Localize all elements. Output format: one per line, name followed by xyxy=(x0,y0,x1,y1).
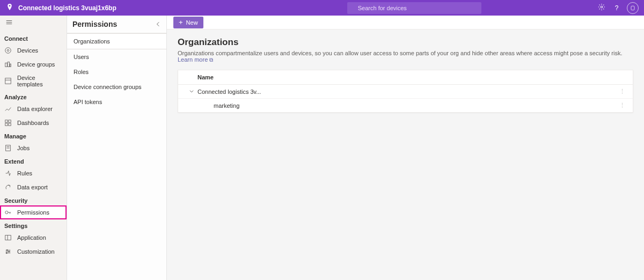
avatar[interactable] xyxy=(627,2,639,14)
svg-point-3 xyxy=(7,49,9,51)
sidebar-item-label: Device groups xyxy=(17,61,55,68)
sidebar-item-label: Rules xyxy=(17,170,32,176)
jobs-icon xyxy=(4,144,12,152)
row-name: marketing xyxy=(197,102,611,109)
svg-rect-9 xyxy=(9,120,11,122)
svg-rect-8 xyxy=(5,120,8,122)
svg-rect-6 xyxy=(10,64,11,67)
sidebar-item-customization[interactable]: Customization xyxy=(0,245,67,259)
sidebar-item-rules[interactable]: Rules xyxy=(0,166,67,180)
svg-point-13 xyxy=(5,211,8,213)
subnav-item-users[interactable]: Users xyxy=(67,49,166,64)
plus-icon: + xyxy=(179,19,183,26)
svg-rect-14 xyxy=(5,235,11,240)
svg-rect-5 xyxy=(8,62,10,67)
subnav-item-api-tokens[interactable]: API tokens xyxy=(67,94,166,109)
sidebar-item-label: Permissions xyxy=(17,209,49,216)
svg-rect-7 xyxy=(5,78,11,84)
sidebar-item-dashboards[interactable]: Dashboards xyxy=(0,116,67,130)
dashboard-icon xyxy=(4,119,12,127)
page-title: Organizations xyxy=(178,37,633,48)
section-analyze: Analyze xyxy=(0,91,67,102)
sidebar-item-label: Customization xyxy=(17,248,55,255)
sidebar-item-data-export[interactable]: Data export xyxy=(0,180,67,194)
subnav-item-device-connection-groups[interactable]: Device connection groups xyxy=(67,79,166,94)
global-header: Connected logistics 3vuaj1x6bp ? xyxy=(0,0,644,16)
col-header-name: Name xyxy=(197,74,611,80)
key-icon xyxy=(4,209,12,216)
sidebar-item-device-groups[interactable]: Device groups xyxy=(0,57,67,71)
new-button[interactable]: + New xyxy=(173,17,203,28)
svg-rect-11 xyxy=(9,123,11,126)
sidebar-item-label: Devices xyxy=(17,47,38,54)
sidebar-item-label: Device templates xyxy=(17,75,62,87)
sidebar-item-jobs[interactable]: Jobs xyxy=(0,141,67,155)
collapse-panel-icon[interactable] xyxy=(156,20,161,28)
hamburger-icon[interactable] xyxy=(0,18,67,32)
rules-icon xyxy=(4,170,12,177)
expand-row-icon[interactable] xyxy=(178,89,197,95)
svg-rect-4 xyxy=(5,63,8,67)
gear-icon[interactable] xyxy=(596,3,608,12)
section-manage: Manage xyxy=(0,130,67,141)
sidebar-item-permissions[interactable]: Permissions xyxy=(0,205,67,219)
main-content: + New Organizations Organizations compar… xyxy=(167,16,644,280)
table-header: Name xyxy=(178,70,633,85)
sub-nav: Permissions Organizations Users Roles De… xyxy=(67,16,167,280)
export-icon xyxy=(4,183,12,191)
learn-more-link[interactable]: Learn more ⧉ xyxy=(178,56,213,63)
svg-point-15 xyxy=(6,249,8,250)
sidebar-item-label: Jobs xyxy=(17,145,30,151)
customize-icon xyxy=(4,248,12,255)
sidebar-item-devices[interactable]: Devices xyxy=(0,43,67,57)
section-connect: Connect xyxy=(0,32,67,43)
page-description: Organizations compartmentalize users and… xyxy=(178,50,633,63)
sidebar-item-data-explorer[interactable]: Data explorer xyxy=(0,102,67,116)
row-menu-icon[interactable]: ⋮ xyxy=(611,88,633,95)
location-icon xyxy=(5,3,14,12)
section-settings: Settings xyxy=(0,219,67,231)
sidebar-item-label: Data export xyxy=(17,184,48,190)
sidebar-item-device-templates[interactable]: Device templates xyxy=(0,71,67,91)
section-security: Security xyxy=(0,194,67,205)
search-input[interactable] xyxy=(347,2,481,14)
device-icon xyxy=(4,47,12,54)
chart-icon xyxy=(4,105,12,113)
sidebar-item-application[interactable]: Application xyxy=(0,231,67,245)
svg-point-16 xyxy=(9,251,10,252)
svg-point-2 xyxy=(5,48,11,54)
search-wrap xyxy=(347,2,481,14)
help-icon[interactable]: ? xyxy=(611,4,623,12)
section-extend: Extend xyxy=(0,155,67,166)
groups-icon xyxy=(4,61,12,68)
nav-sidebar: Connect Devices Device groups Device tem… xyxy=(0,16,67,280)
svg-rect-10 xyxy=(5,123,8,126)
app-title: Connected logistics 3vuaj1x6bp xyxy=(18,4,116,12)
sidebar-item-label: Data explorer xyxy=(17,106,53,112)
sidebar-item-label: Dashboards xyxy=(17,120,49,126)
app-icon xyxy=(4,234,12,241)
command-bar: + New xyxy=(167,16,644,30)
row-menu-icon[interactable]: ⋮ xyxy=(611,102,633,109)
svg-rect-1 xyxy=(631,6,634,10)
subnav-title: Permissions xyxy=(72,20,117,28)
svg-point-17 xyxy=(6,253,7,254)
template-icon xyxy=(4,77,12,85)
sidebar-item-label: Application xyxy=(17,234,46,241)
row-name: Connected logistics 3v... xyxy=(197,89,611,95)
organizations-table: Name Connected logistics 3v... ⋮ marketi… xyxy=(178,70,633,113)
new-button-label: New xyxy=(186,19,198,26)
subnav-item-organizations[interactable]: Organizations xyxy=(67,33,166,49)
table-row[interactable]: Connected logistics 3v... ⋮ xyxy=(178,85,633,99)
svg-point-0 xyxy=(601,6,603,8)
external-link-icon: ⧉ xyxy=(209,57,213,63)
table-row[interactable]: marketing ⋮ xyxy=(178,99,633,112)
subnav-item-roles[interactable]: Roles xyxy=(67,64,166,79)
